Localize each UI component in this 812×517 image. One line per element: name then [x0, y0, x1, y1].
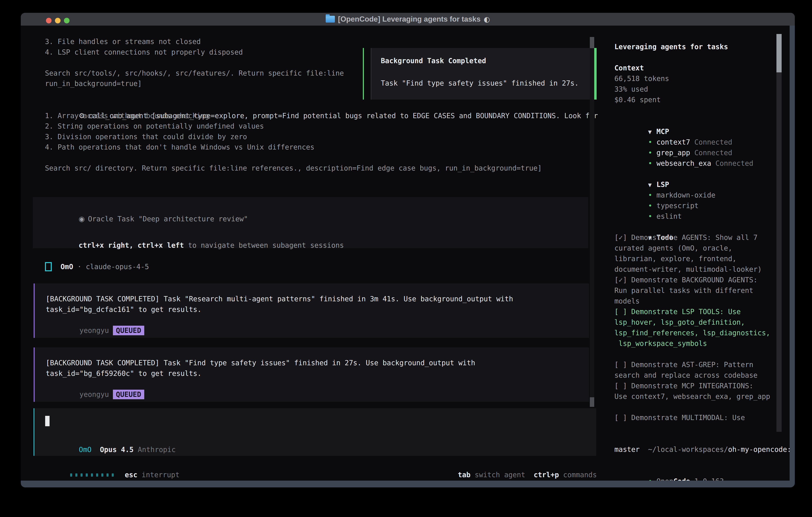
session-title: Leveraging agents for tasks: [614, 42, 776, 52]
tab-key-hint: tab: [458, 471, 470, 479]
mcp-name: context7: [657, 138, 690, 146]
terminal-line: Search src/tools/, src/hooks/, src/featu…: [45, 68, 344, 79]
todo-item-line: [ ] Demonstrate MCP INTEGRATIONS:: [614, 381, 776, 391]
terminal-viewport: 3. File handles or streams not closed 4.…: [21, 26, 790, 481]
app-version: •OpenCode 1.0.163: [614, 465, 776, 476]
separator-dot: [73, 263, 77, 271]
terminal-line: [45, 57, 344, 68]
todo-item-line: librarian, explore, frontend,: [614, 253, 776, 264]
scrollback-block: 3. File handles or streams not closed 4.…: [45, 36, 344, 89]
oracle-task-title: Oracle Task "Deep architecture review": [88, 215, 248, 223]
status-badge: QUEUED: [113, 326, 144, 335]
chevron-down-icon: ▼: [648, 180, 657, 190]
todo-item-line: search and replace across codebase: [614, 370, 776, 381]
context-header: Context: [614, 63, 776, 73]
mcp-status: Connected: [694, 149, 732, 157]
esc-key-hint: esc: [125, 471, 138, 479]
terminal-line: 3. Division operations that could divide…: [45, 132, 598, 142]
terminal-line: Search src/ directory. Return specific f…: [45, 163, 598, 173]
zoom-button[interactable]: [64, 18, 69, 23]
title-bar[interactable]: [OpenCode] Leveraging agents for tasks ◐: [21, 13, 795, 26]
agent-session-header: OmO · claude-opus-4-5: [45, 261, 149, 272]
keyboard-hint-label: to navigate between subagent sessions: [184, 241, 344, 249]
todo-item-line: [✓] Demonstrate AGENTS: Show all 7: [614, 232, 776, 243]
todo-item-line: Use context7, websearch_exa, grep_app: [614, 391, 776, 402]
workspace-path-prefix: ~/local-workspaces/: [648, 445, 728, 454]
lsp-name: eslint: [657, 212, 682, 220]
status-badge: QUEUED: [113, 390, 144, 399]
app-version-number: 1.0.163: [690, 477, 724, 481]
mcp-status: Connected: [716, 159, 753, 167]
workspace-repo: oh-my-opencode:: [728, 445, 790, 454]
task-author: yeongyu: [80, 326, 109, 334]
session-indicator-icon: ◐: [484, 15, 490, 23]
minimize-button[interactable]: [55, 18, 61, 23]
input-agent-name: OmO: [79, 446, 91, 454]
todo-item-line-active: [ ] Demonstrate LSP TOOLS: Use: [614, 306, 776, 317]
workspace-path: ~/local-workspaces/oh-my-opencode:: [614, 434, 776, 444]
notification-body: Task "Find type safety issues" finished …: [381, 78, 579, 88]
commands-key-hint: ctrl+p: [534, 471, 559, 479]
esc-key-label: interrupt: [138, 471, 180, 479]
sidebar-scrollbar-thumb[interactable]: [777, 34, 782, 72]
status-bar: esc interrupt tab switch agent ctrl+p co…: [36, 459, 597, 470]
context-tokens: 66,518 tokens: [614, 73, 776, 84]
input-model-name: Opus 4.5: [100, 446, 134, 454]
todo-item-line: [ ] Demonstrate MULTIMODAL: Use: [614, 412, 776, 423]
bullet-icon: •: [648, 137, 657, 147]
main-scrollbar-thumb[interactable]: [590, 37, 594, 48]
sidebar-scrollbar[interactable]: [777, 34, 782, 432]
bullet-icon: •: [648, 147, 657, 158]
todo-item-line: curated agents (OmO, oracle,: [614, 243, 776, 253]
context-used: 33% used: [614, 84, 776, 94]
agent-model: claude-opus-4-5: [86, 263, 149, 271]
todo-item-line: [ ] Demonstrate AST-GREP: Pattern: [614, 359, 776, 370]
main-scrollbar-thumb[interactable]: [590, 397, 594, 407]
app-name-dim: Open: [657, 477, 673, 481]
lsp-name: markdown-oxide: [657, 191, 716, 199]
task-message-line: [BACKGROUND TASK COMPLETED] Task "Resear…: [46, 294, 589, 304]
tool-call-block: ⚙call_omo_agent [subagent_type=explore, …: [45, 100, 598, 173]
mcp-name: websearch_exa: [657, 159, 711, 167]
app-name-bold: Code: [673, 477, 690, 481]
mcp-status: Connected: [694, 138, 732, 146]
bullet-icon: •: [648, 211, 657, 222]
prompt-input[interactable]: OmO Opus 4.5 Anthropic: [34, 408, 596, 456]
task-message-line: task_id="bg_6f59260c" to get results.: [46, 368, 589, 379]
notification-toast[interactable]: Background Task Completed Task "Find typ…: [371, 48, 597, 100]
context-spent: $0.46 spent: [614, 94, 776, 105]
terminal-line: 3. File handles or streams not closed: [45, 36, 344, 47]
tab-key-label: switch agent: [470, 471, 525, 479]
terminal-line: 2. String operations on potentially unde…: [45, 121, 598, 132]
todo-item-line: Run parallel tasks with different: [614, 285, 776, 296]
todo-item-line-active: lsp_find_references, lsp_diagnostics,: [614, 328, 776, 338]
terminal-line: 4. Path operations that don't handle Win…: [45, 142, 598, 153]
sidebar: Leveraging agents for tasks Context 66,5…: [614, 42, 776, 476]
background-task-message: [BACKGROUND TASK COMPLETED] Task "Find t…: [34, 348, 589, 402]
chevron-down-icon: ▼: [648, 127, 657, 137]
todo-item-line: [✓] Demonstrate BACKGROUND AGENTS:: [614, 275, 776, 285]
agent-icon: [45, 262, 52, 271]
lsp-name: typescript: [657, 202, 699, 210]
window-title: [OpenCode] Leveraging agents for tasks: [338, 15, 481, 23]
folder-icon: [326, 16, 335, 23]
notification-accent-bar: [363, 48, 364, 100]
text-cursor: [45, 416, 50, 426]
bullet-icon: •: [648, 200, 657, 211]
terminal-line: [45, 153, 598, 163]
background-task-message: [BACKGROUND TASK COMPLETED] Task "Resear…: [34, 283, 589, 338]
input-provider-name: Anthropic: [138, 446, 176, 454]
todo-item-line-active: lsp_hover, lsp_goto_definition,: [614, 317, 776, 328]
oracle-task-icon: ◉: [79, 215, 85, 223]
notification-title: Background Task Completed: [381, 56, 486, 66]
mcp-name: grep_app: [657, 149, 690, 157]
task-message-line: [BACKGROUND TASK COMPLETED] Task "Find t…: [46, 358, 589, 368]
app-window: [OpenCode] Leveraging agents for tasks ◐…: [21, 13, 795, 487]
terminal-line: 4. LSP client connections not properly d…: [45, 47, 344, 58]
mcp-section-header[interactable]: ▼MCP: [614, 116, 776, 126]
close-button[interactable]: [46, 18, 52, 23]
main-scrollbar[interactable]: [590, 37, 594, 407]
commands-key-label: commands: [559, 471, 597, 479]
agent-name: OmO: [61, 263, 73, 271]
oracle-task-card[interactable]: ◉Oracle Task "Deep architecture review" …: [33, 197, 588, 248]
